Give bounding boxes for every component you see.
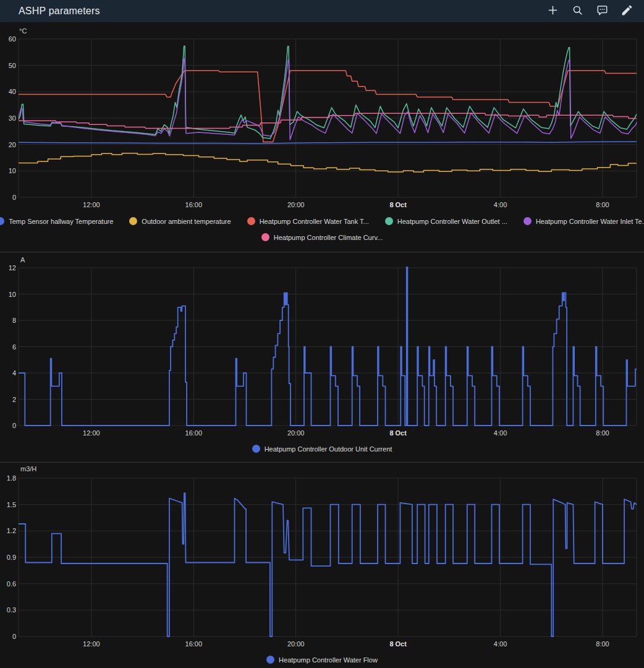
flow-chart: [19, 478, 637, 636]
temperature-chart: [19, 39, 637, 197]
legend-item[interactable]: Heatpump Controller Water Flow: [266, 656, 378, 664]
add-button[interactable]: [545, 4, 560, 19]
legend-dot: [523, 217, 532, 225]
series-temperature-0: [19, 142, 637, 143]
dashboard: ASHP parameters: [0, 0, 644, 668]
plus-icon: [546, 4, 559, 19]
charts-svg: [0, 0, 644, 668]
edit-button[interactable]: [619, 4, 634, 19]
legend-dot: [129, 217, 137, 225]
legend-item[interactable]: Heatpump Controller Water Inlet Te...: [523, 217, 644, 225]
chat-icon: [596, 4, 609, 19]
current-chart: [19, 267, 637, 426]
legend-item[interactable]: Outdoor ambient temperature: [129, 217, 231, 225]
legend-label: Heatpump Controller Climate Curv...: [274, 234, 383, 241]
series-flow-0: [19, 493, 637, 636]
legend-label: Heatpump Controller Water Flow: [279, 656, 378, 664]
legend-item[interactable]: Heatpump Controller Outdoor Unit Current: [252, 445, 392, 453]
legend-item[interactable]: Heatpump Controller Water Outlet ...: [385, 217, 507, 225]
legend-label: Heatpump Controller Outdoor Unit Current: [265, 445, 392, 453]
series-current-0: [19, 267, 637, 426]
legend-dot: [261, 233, 269, 241]
legend-dot: [0, 217, 4, 225]
page-title: ASHP parameters: [0, 6, 100, 17]
legend-label: Heatpump Controller Water Tank T...: [260, 218, 369, 225]
header-actions: [545, 4, 644, 19]
legend-label: Temp Sensor hallway Temperature: [9, 218, 113, 225]
legend-dot: [266, 656, 274, 664]
legend-dot: [252, 445, 260, 453]
series-temperature-1: [19, 153, 637, 172]
pencil-icon: [621, 4, 633, 19]
temperature-legend-row: Temp Sensor hallway TemperatureOutdoor a…: [0, 217, 644, 225]
series-temperature-3: [19, 46, 637, 139]
legend-item[interactable]: Temp Sensor hallway Temperature: [0, 217, 113, 225]
section-divider: [0, 462, 644, 463]
legend-label: Heatpump Controller Water Inlet Te...: [536, 218, 644, 225]
legend-dot: [247, 217, 255, 225]
app-header: ASHP parameters: [0, 0, 644, 22]
legend-item[interactable]: Heatpump Controller Water Tank T...: [247, 217, 369, 225]
search-icon: [571, 4, 584, 19]
legend-dot: [385, 217, 393, 225]
legend-label: Heatpump Controller Water Outlet ...: [397, 218, 507, 225]
section-divider: [0, 252, 644, 252]
legend-item[interactable]: Heatpump Controller Climate Curv...: [261, 233, 383, 241]
legend-label: Outdoor ambient temperature: [142, 218, 231, 225]
series-temperature-5: [19, 113, 637, 128]
comments-button[interactable]: [595, 4, 609, 19]
search-button[interactable]: [570, 4, 585, 19]
